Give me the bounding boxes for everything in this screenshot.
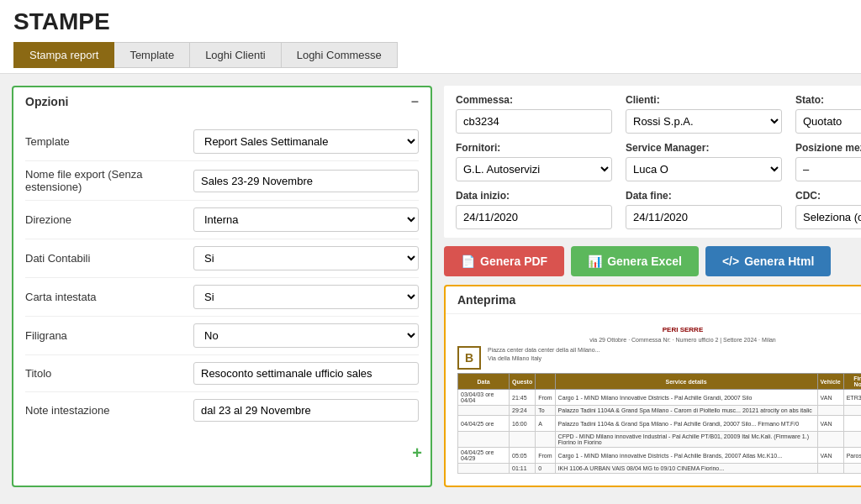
genera-pdf-button[interactable]: 📄 Genera PDF (444, 246, 564, 276)
dati-contabili-row: Dati Contabili Si (25, 239, 419, 278)
preview-table-cell (817, 432, 843, 448)
tab-template[interactable]: Template (114, 42, 190, 68)
service-manager-filter: Service Manager: Luca O (626, 142, 782, 181)
titolo-row: Titolo (25, 355, 419, 392)
preview-table-cell: ETR3064 (843, 390, 861, 406)
titolo-input[interactable] (193, 362, 419, 385)
direzione-select[interactable]: Interna (193, 207, 419, 232)
opzioni-header: Opzioni – (13, 87, 430, 116)
clienti-select[interactable]: Rossi S.p.A. (626, 109, 782, 134)
preview-table-cell: To (536, 406, 555, 416)
preview-table-body: 03/04/03 ore 04/0421:45FromCargo 1 - MIN… (458, 390, 862, 474)
carta-intestata-label: Carta intestata (25, 291, 193, 303)
cdc-select[interactable]: Seleziona (o scrivi (795, 205, 861, 229)
genera-html-button[interactable]: </> Genera Html (705, 246, 832, 276)
preview-col-vehicle: Vehicle (817, 374, 843, 390)
dati-contabili-label: Dati Contabili (25, 252, 193, 265)
preview-table-cell: VAN (817, 416, 843, 432)
opzioni-body: Template Report Sales Settimanale Nome f… (13, 116, 430, 438)
opzioni-collapse-button[interactable]: – (411, 94, 419, 109)
genera-html-label: Genera Html (744, 255, 814, 268)
genera-excel-button[interactable]: 📊 Genera Excel (571, 246, 699, 276)
stato-filter: Stato: Quotato (795, 94, 861, 134)
carta-intestata-select[interactable]: Si (193, 285, 419, 309)
preview-table-row: 03/04/03 ore 04/0421:45FromCargo 1 - MIN… (458, 390, 862, 406)
action-buttons: 📄 Genera PDF 📊 Genera Excel </> Genera H… (444, 246, 861, 276)
tab-loghi-clienti[interactable]: Loghi Clienti (190, 42, 282, 68)
preview-table-cell (843, 416, 861, 432)
opzioni-panel: Opzioni – Template Report Sales Settiman… (12, 86, 432, 487)
commessa-filter: Commessa: (456, 94, 612, 134)
preview-table-cell: Cargo 1 - MIND Milano Innovative Distric… (555, 390, 817, 406)
titolo-label: Titolo (25, 367, 193, 380)
data-inizio-label: Data inizio: (456, 190, 612, 202)
preview-header: Anteprima – (446, 286, 861, 314)
note-intestazione-label: Note intestazione (25, 404, 193, 417)
filter-grid: Commessa: Clienti: Rossi S.p.A. Stato: Q… (456, 94, 861, 229)
preview-col-questo: Questo (510, 374, 536, 390)
preview-table-cell (843, 432, 861, 448)
nome-file-input[interactable] (193, 170, 419, 192)
template-select[interactable]: Report Sales Settimanale (193, 129, 419, 154)
preview-address: Piazza center data center della all Mila… (488, 346, 600, 363)
preview-table-header-row: Data Questo Service details Vehicle Fina… (458, 374, 862, 390)
data-fine-input[interactable] (626, 205, 782, 229)
pdf-icon: 📄 (461, 255, 475, 268)
preview-body: PERI SERRE via 29 Ottobre · Commessa Nr:… (446, 314, 861, 486)
preview-doc-header: PERI SERRE (457, 326, 861, 333)
preview-table-row: 04/04/25 ore 04/2905:05FromCargo 1 - MIN… (458, 448, 862, 464)
preview-table-head: Data Questo Service details Vehicle Fina… (458, 374, 862, 390)
preview-col-empty (536, 374, 555, 390)
note-intestazione-input[interactable] (193, 399, 419, 422)
posizione-mezzo-label: Posizione mezzo: (795, 142, 861, 154)
preview-table-cell: VAN (817, 448, 843, 464)
preview-col-data: Data (458, 374, 510, 390)
fornitori-select[interactable]: G.L. Autoservizi (456, 157, 612, 181)
preview-document: PERI SERRE via 29 Ottobre · Commessa Nr:… (452, 321, 861, 479)
stato-select[interactable]: Quotato (795, 109, 861, 134)
preview-table-cell: 29:24 (510, 406, 536, 416)
preview-table-row: CFPD - MIND Milano innovative Industrial… (458, 432, 862, 448)
commessa-input[interactable] (456, 109, 612, 134)
clienti-filter: Clienti: Rossi S.p.A. (626, 94, 782, 134)
tab-stampa-report[interactable]: Stampa report (13, 42, 114, 68)
preview-table-cell: 05:05 (510, 448, 536, 464)
preview-table-row: 29:24ToPalazzo Tadini 1104A & Grand Spa … (458, 406, 862, 416)
clienti-input-wrap: Rossi S.p.A. (626, 109, 782, 134)
preview-table-cell: 04/04/25 ore 04/29 (458, 448, 510, 464)
data-fine-filter: Data fine: (626, 190, 782, 229)
tab-loghi-commesse[interactable]: Loghi Commesse (282, 42, 398, 68)
dati-contabili-select[interactable]: Si (193, 246, 419, 270)
data-fine-label: Data fine: (626, 190, 782, 202)
posizione-mezzo-select[interactable]: – (795, 157, 861, 181)
service-manager-label: Service Manager: (626, 142, 782, 154)
template-row: Template Report Sales Settimanale (25, 123, 419, 161)
preview-table-cell: 04/04/25 ore (458, 416, 510, 432)
preview-table-cell: 01:11 (510, 464, 536, 474)
preview-doc-subheader: via 29 Ottobre · Commessa Nr: · Numero u… (457, 337, 861, 343)
preview-table-cell: Parosel (843, 448, 861, 464)
add-row-button[interactable]: + (412, 444, 422, 463)
data-inizio-input[interactable] (456, 205, 612, 229)
right-panel: Commessa: Clienti: Rossi S.p.A. Stato: Q… (444, 86, 861, 487)
commessa-label: Commessa: (456, 94, 612, 106)
clienti-label: Clienti: (626, 94, 782, 106)
preview-table-cell: VAN (817, 390, 843, 406)
preview-table-cell (843, 406, 861, 416)
cdc-filter: CDC: Seleziona (o scrivi (795, 190, 861, 229)
filigrana-select[interactable]: No (193, 323, 419, 348)
template-label: Template (25, 135, 193, 148)
service-manager-select[interactable]: Luca O (626, 157, 782, 181)
preview-table-cell (458, 406, 510, 416)
note-intestazione-row: Note intestazione (25, 392, 419, 428)
preview-table-cell: Palazzo Tadini 1104A & Grand Spa Milano … (555, 406, 817, 416)
posizione-mezzo-filter: Posizione mezzo: – (795, 142, 861, 181)
preview-logo: B (457, 346, 481, 370)
preview-table-row: 04/04/25 ore16:00APalazzo Tadini 1104a &… (458, 416, 862, 432)
preview-panel: Anteprima – PERI SERRE via 29 Ottobre · … (444, 285, 861, 487)
preview-col-final-note: Final Note (843, 374, 861, 390)
genera-excel-label: Genera Excel (607, 255, 682, 268)
preview-table-cell: Palazzo Tadini 1104a & Grand Spa Milano … (555, 416, 817, 432)
preview-table-cell (817, 406, 843, 416)
preview-table-cell: 03/04/03 ore 04/04 (458, 390, 510, 406)
